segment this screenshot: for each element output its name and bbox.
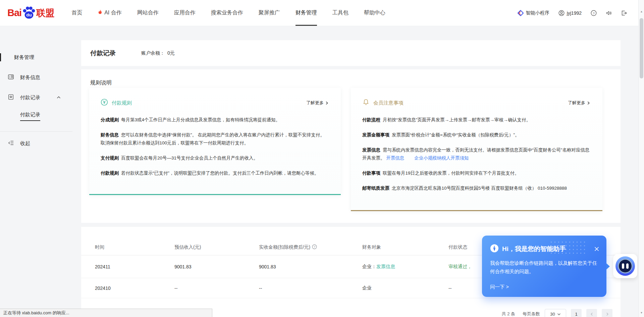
- cell-estimated: --: [174, 278, 177, 298]
- cell-time: 202411: [95, 255, 110, 278]
- sidebar-subitem-payment-records[interactable]: 付款记录: [0, 112, 81, 121]
- nav-label: 工具包: [332, 9, 348, 16]
- rule-label: 支付规则: [101, 155, 119, 161]
- rule-item: 付款规则若付款状态显示“已支付”，说明联盟已安排了您的付款。支付后三个工作日内到…: [101, 169, 329, 177]
- rule-text: 发票票面“价税合计”金额=系统中“实收金额（扣除税费后/元）”。: [392, 132, 520, 137]
- help-icon[interactable]: ?: [591, 10, 597, 16]
- rules-section-title: 规则说明: [90, 79, 112, 86]
- bell-icon: [362, 99, 370, 107]
- svg-text:du: du: [26, 12, 32, 17]
- cell-entity: 企业： 发票信息: [362, 255, 395, 278]
- nav-label: 网站合作: [137, 9, 159, 16]
- nav-item-app[interactable]: 应用合作: [166, 0, 203, 26]
- next-page-button[interactable]: [602, 309, 612, 317]
- collapse-label: 收起: [20, 140, 30, 147]
- balance-value: 0元: [167, 50, 175, 56]
- coin-yuan-icon: [101, 99, 108, 107]
- prev-page-button[interactable]: [586, 309, 597, 317]
- page-header-card: 付款记录 账户余额： 0元: [81, 40, 621, 66]
- nav-label: 应用合作: [174, 9, 196, 16]
- user-account[interactable]: jyj1992: [558, 10, 582, 16]
- robot-face: [618, 259, 633, 273]
- rule-text: 每月第3或4个工作日产出上月分成信息及发票信息，如有特殊情况将提前通知。: [121, 117, 280, 122]
- sidebar-item-payment-records[interactable]: 付款记录: [0, 93, 81, 102]
- nav-menu: 首页 AI 合作 网站合作 应用合作 搜索业务合作 聚屏推广 财务管理: [64, 0, 393, 26]
- per-page-label: 每页条数: [523, 311, 540, 317]
- nav-item-juping[interactable]: 聚屏推广: [251, 0, 288, 26]
- nav-item-help[interactable]: 帮助中心: [356, 0, 393, 26]
- page-title: 付款记录: [90, 49, 116, 58]
- member-notes-title: 会员注意事项: [373, 100, 404, 106]
- scroll-down-arrow-icon[interactable]: ▼: [639, 310, 644, 316]
- cell-status: 审核通过，: [448, 255, 472, 278]
- sound-icon[interactable]: [606, 10, 612, 16]
- ask-now-link[interactable]: 问一下 >: [490, 284, 509, 290]
- rule-text: 您可以在财务信息中选择“保留付款”。 在此期间您产生的收入将在账户内进行累计，联…: [101, 132, 325, 145]
- member-notes-header: 会员注意事项 了解更多: [351, 88, 602, 107]
- scroll-up-arrow-icon[interactable]: ▲: [639, 9, 644, 14]
- nav-item-website[interactable]: 网站合作: [129, 0, 166, 26]
- sidebar-title-marker: [0, 53, 1, 61]
- top-navbar: Bai du 联盟 首页 AI 合作: [0, 0, 638, 26]
- nav-right-area: 智能小程序 jyj1992 ?: [518, 10, 638, 16]
- nav-label: 搜索业务合作: [211, 9, 243, 16]
- close-icon[interactable]: [594, 246, 600, 252]
- nav-item-ai[interactable]: AI 合作: [90, 0, 129, 26]
- col-header-finance-entity: 财务对象: [362, 240, 381, 255]
- nav-label: 财务管理: [296, 9, 317, 16]
- col-header-actual-amount: 实收金额(扣除税费后/元) ?: [259, 240, 317, 255]
- robot-eye: [622, 263, 624, 269]
- invoice-info-table-link[interactable]: 发票信息: [376, 264, 395, 270]
- baidu-union-logo[interactable]: Bai du 联盟: [7, 5, 54, 21]
- nav-item-toolkit[interactable]: 工具包: [325, 0, 356, 26]
- col-header-label: 实收金额(扣除税费后/元): [259, 244, 310, 250]
- member-notes-body: 付款流程月初按“发票信息”页面开具发票→上传发票→邮寄发票→审核→确认支付。 发…: [351, 107, 602, 192]
- rule-item: 分成规则每月第3或4个工作日产出上月分成信息及发票信息，如有特殊情况将提前通知。: [101, 116, 329, 124]
- rule-item: 发票金额事项发票票面“价税合计”金额=系统中“实收金额（扣除税费后/元）”。: [362, 131, 590, 139]
- mini-program-link[interactable]: 智能小程序: [518, 10, 549, 16]
- rule-label: 邮寄纸质发票: [362, 186, 389, 191]
- payment-rules-card: 付款规则 了解更多 分成规则每月第3或4个工作日产出上月分成信息及发票信息，如有…: [89, 88, 341, 195]
- sidebar-subitem-label: 付款记录: [20, 112, 40, 121]
- per-page-value: 30: [550, 312, 555, 317]
- more-label: 了解更多: [306, 100, 324, 106]
- nav-item-finance[interactable]: 财务管理: [288, 0, 325, 26]
- mini-program-label: 智能小程序: [526, 10, 549, 16]
- flame-icon: [98, 9, 103, 17]
- logout-icon[interactable]: [621, 10, 627, 16]
- rule-text: 若付款状态显示“已支付”，说明联盟已安排了您的付款。支付后三个工作日内到帐，请您…: [121, 171, 319, 176]
- nav-item-home[interactable]: 首页: [64, 0, 90, 26]
- browser-scrollbar[interactable]: ▲ ▼: [638, 0, 644, 317]
- collapse-icon: [8, 140, 14, 147]
- svg-text:?: ?: [593, 11, 595, 15]
- payment-rules-more-link[interactable]: 了解更多: [306, 100, 329, 106]
- sidebar-collapse-button[interactable]: 收起: [0, 139, 81, 148]
- page: Bai du 联盟 首页 AI 合作: [0, 0, 644, 317]
- rule-label: 发票信息: [362, 147, 380, 152]
- scrollbar-thumb[interactable]: [640, 18, 643, 78]
- question-circle-icon[interactable]: ?: [310, 244, 317, 250]
- page-number-button[interactable]: 1: [571, 309, 582, 317]
- chevron-up-icon[interactable]: [56, 95, 61, 100]
- payment-rules-title: 付款规则: [112, 100, 132, 106]
- rule-text: 联盟在每月19日之后签收的发票，付款时间安排在下个月首批支付。: [383, 171, 519, 176]
- sidebar-item-label: 财务信息: [20, 74, 40, 81]
- per-page-select[interactable]: 30: [545, 309, 566, 317]
- sidebar-divider: [0, 131, 72, 132]
- nav-item-search-business[interactable]: 搜索业务合作: [203, 0, 251, 26]
- invoice-info-link[interactable]: 开票信息: [386, 155, 404, 161]
- rule-text: 百度联盟会在每月20号—31号支付企业会员上个自然月产生的收入。: [121, 155, 258, 161]
- pagination: 共 2 条 每页条数 30 1: [502, 309, 612, 317]
- baidu-paw-icon: du: [21, 5, 36, 21]
- sidebar-title: 财务管理: [0, 53, 81, 62]
- small-taxpayer-notice-link[interactable]: 企业小规模纳税人开票须知: [414, 155, 469, 161]
- assistant-popup: Hi，我是您的智能助手 我会帮助您诊断合作链路问题，以及解答您关于任何合作相关的…: [482, 236, 606, 297]
- payment-rules-body: 分成规则每月第3或4个工作日产出上月分成信息及发票信息，如有特殊情况将提前通知。…: [89, 107, 341, 177]
- rule-item: 付款事项联盟在每月19日之后签收的发票，付款时间安排在下个月首批支付。: [362, 169, 590, 177]
- cell-time: 202410: [95, 278, 111, 298]
- member-notes-more-link[interactable]: 了解更多: [568, 100, 590, 106]
- assistant-robot-button[interactable]: [613, 254, 637, 278]
- active-tab-underline: [296, 25, 317, 26]
- rule-item: 邮寄纸质发票北京市海淀区西北旺东路10号院百度科技园5号楼 百度联盟财务组（收）…: [362, 184, 590, 192]
- sidebar-item-finance-info[interactable]: 财务信息: [0, 73, 81, 82]
